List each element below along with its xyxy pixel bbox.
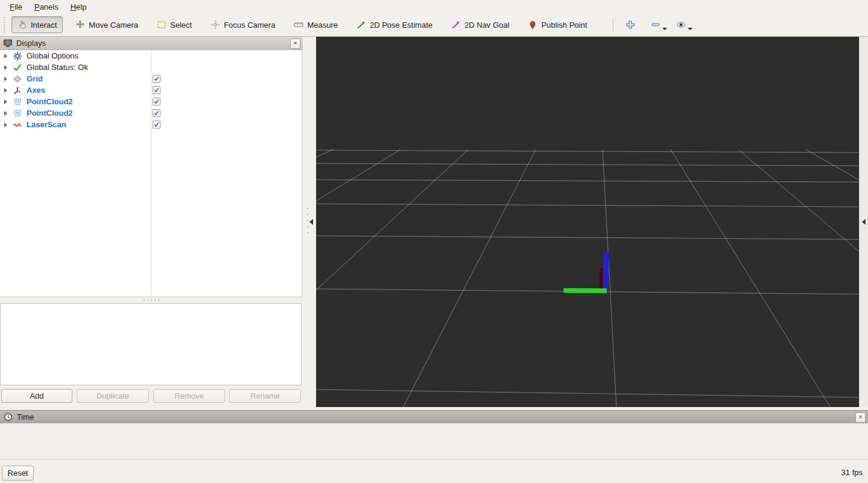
tree-row-pointcloud2[interactable]: PointCloud2 — [0, 96, 302, 107]
display-description-area — [0, 303, 302, 385]
tool-label: Publish Point — [541, 21, 587, 30]
displays-panel-title: Displays — [16, 39, 46, 48]
nav-goal-arrow-icon — [451, 20, 461, 30]
panel-viewport-splitter[interactable] — [303, 37, 316, 407]
displays-panel-header: Displays × — [0, 37, 303, 50]
reset-button[interactable]: Reset — [2, 466, 34, 481]
pointcloud-icon — [13, 97, 22, 107]
expander-icon[interactable] — [4, 111, 7, 116]
status-ok-icon — [13, 63, 22, 72]
tool-measure[interactable]: Measure — [288, 16, 344, 33]
display-enabled-checkbox[interactable] — [153, 121, 160, 128]
rviz-window: { "menu": { "items": [ {"label": "File",… — [0, 0, 868, 483]
collapse-right-panel-icon[interactable] — [862, 219, 866, 225]
expander-icon[interactable] — [4, 99, 7, 104]
bottom-divider — [0, 459, 868, 460]
tool-label: Interact — [31, 21, 57, 30]
zoom-in-button[interactable] — [622, 17, 638, 33]
tool-label: 2D Pose Estimate — [370, 21, 432, 30]
gear-icon — [13, 51, 22, 61]
collapse-left-panel-icon[interactable] — [309, 219, 313, 225]
tree-row-label: Grid — [27, 74, 43, 83]
tool-2d-nav-goal[interactable]: 2D Nav Goal — [445, 16, 515, 33]
duplicate-button[interactable]: Duplicate — [77, 389, 149, 403]
blue-axis-marker — [603, 252, 609, 292]
tool-publish-point[interactable]: Publish Point — [522, 16, 593, 33]
display-enabled-checkbox[interactable] — [153, 98, 160, 106]
tool-label: Move Camera — [89, 21, 138, 30]
toolbar-separator — [613, 17, 613, 32]
tool-interact[interactable]: Interact — [11, 16, 63, 33]
menu-item-help[interactable]: Help — [65, 1, 93, 13]
clock-icon — [4, 412, 13, 421]
tree-row-label: Axes — [27, 86, 45, 95]
pose-arrow-icon — [356, 20, 366, 30]
3d-viewport[interactable] — [316, 37, 859, 407]
time-close-button[interactable]: × — [855, 412, 866, 423]
tree-row-label: LaserScan — [27, 120, 66, 129]
grid-icon — [13, 74, 22, 84]
tool-move-camera[interactable]: Move Camera — [69, 16, 144, 33]
green-axis-marker — [563, 288, 607, 294]
tree-row-label: PointCloud2 — [27, 97, 73, 106]
display-enabled-checkbox[interactable] — [153, 86, 160, 94]
tool-2d-pose-estimate[interactable]: 2D Pose Estimate — [350, 16, 439, 33]
tool-label: Measure — [307, 21, 338, 30]
tree-row-global-options[interactable]: Global Options — [0, 50, 302, 62]
move-camera-icon — [75, 20, 85, 30]
dropdown-caret-icon[interactable] — [688, 28, 692, 30]
tool-label: 2D Nav Goal — [464, 21, 509, 30]
display-enabled-checkbox[interactable] — [153, 109, 160, 117]
zoom-out-button[interactable] — [648, 17, 664, 33]
add-button[interactable]: Add — [1, 389, 72, 403]
displays-panel: Displays × Global OptionsGlobal Status: … — [0, 37, 303, 407]
expander-icon[interactable] — [4, 65, 7, 70]
dropdown-caret-icon[interactable] — [662, 28, 667, 30]
tree-row-label: Global Options — [27, 51, 78, 60]
tool-select[interactable]: Select — [151, 16, 198, 33]
time-panel-content: Experimental ROS Time:ROS Elapsed:Wall T… — [0, 423, 868, 459]
plus-icon — [626, 20, 635, 30]
tool-label: Select — [170, 21, 192, 30]
expander-icon[interactable] — [4, 122, 7, 127]
publish-point-icon — [528, 20, 537, 30]
expander-icon[interactable] — [4, 54, 7, 58]
menu-bar: FilePanelsHelp — [0, 0, 868, 13]
tree-row-label: Global Status: Ok — [27, 63, 88, 72]
splitter-dots — [307, 208, 308, 233]
grid-and-axes-canvas — [316, 37, 859, 407]
time-panel-header: Time × — [0, 410, 868, 423]
menu-item-file[interactable]: File — [4, 1, 28, 13]
main-area: Displays × Global OptionsGlobal Status: … — [0, 37, 868, 407]
toolbar-drag-handle[interactable] — [4, 17, 7, 33]
menu-item-panels[interactable]: Panels — [28, 1, 65, 13]
tree-row-laserscan[interactable]: LaserScan — [0, 119, 302, 130]
laserscan-icon — [13, 120, 22, 130]
tree-row-grid[interactable]: Grid — [0, 73, 302, 84]
expander-icon[interactable] — [4, 77, 7, 81]
select-box-icon — [157, 20, 166, 30]
expander-icon[interactable] — [4, 88, 7, 93]
remove-button[interactable]: Remove — [153, 389, 225, 403]
axes-icon — [13, 86, 22, 95]
red-axis-marker — [600, 268, 603, 290]
tree-row-label: PointCloud2 — [27, 109, 73, 118]
displays-close-button[interactable]: × — [290, 39, 300, 49]
toolbar: InteractMove CameraSelectFocus CameraMea… — [0, 13, 868, 37]
description-splitter[interactable] — [0, 297, 303, 303]
eye-icon — [676, 20, 686, 30]
display-enabled-checkbox[interactable] — [153, 75, 160, 83]
minus-icon — [651, 20, 661, 30]
camera-view-button[interactable] — [673, 17, 689, 33]
right-panel-splitter[interactable] — [859, 37, 868, 407]
focus-camera-icon — [211, 20, 220, 30]
tool-focus-camera[interactable]: Focus Camera — [204, 16, 281, 33]
displays-tree: Global OptionsGlobal Status: OkGridAxesP… — [0, 50, 302, 297]
rename-button[interactable]: Rename — [229, 389, 301, 403]
monitor-icon — [3, 39, 13, 48]
tree-row-pointcloud2[interactable]: PointCloud2 — [0, 107, 302, 119]
tool-label: Focus Camera — [224, 21, 275, 30]
tree-row-axes[interactable]: Axes — [0, 84, 302, 96]
pointcloud-icon — [13, 109, 22, 118]
tree-row-global-status-ok[interactable]: Global Status: Ok — [0, 62, 302, 73]
